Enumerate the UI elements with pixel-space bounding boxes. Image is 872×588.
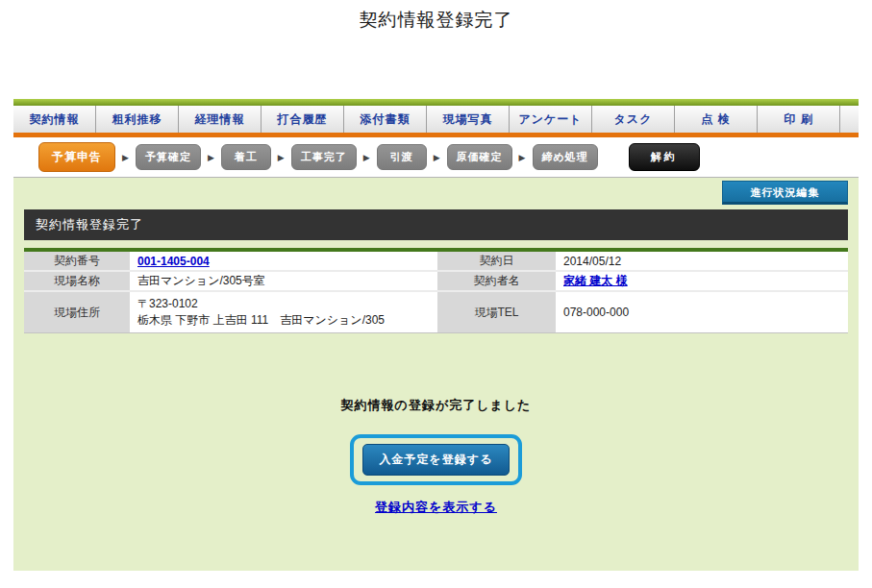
- site-address-value: 〒323-0102 栃木県 下野市 上吉田 111 吉田マンション/305: [130, 292, 437, 332]
- step-koji-kanryo[interactable]: 工事完了: [291, 144, 357, 170]
- cta-row: 入金予定を登録する: [24, 434, 848, 485]
- tab-tenpu-shorui[interactable]: 添付書類: [344, 106, 427, 133]
- step-hikiwatashi[interactable]: 引渡: [377, 144, 427, 170]
- edit-status-row: 進行状況編集: [24, 181, 848, 207]
- contractor-name-link[interactable]: 家緒 建太 様: [563, 273, 628, 289]
- page-title: 契約情報登録完了: [0, 8, 872, 33]
- content-area: 進行状況編集 契約情報登録完了 契約番号 001-1405-004 契約日 20…: [13, 178, 859, 571]
- section-header: 契約情報登録完了: [24, 209, 848, 240]
- tab-bar-filler: [840, 106, 859, 133]
- tab-arari-suii[interactable]: 粗利推移: [96, 106, 179, 133]
- step-arrow-icon: ▶: [208, 153, 214, 162]
- tab-tasuku[interactable]: タスク: [592, 106, 675, 133]
- tab-keiri-joho[interactable]: 経理情報: [179, 106, 262, 133]
- tab-genba-shashin[interactable]: 現場写真: [427, 106, 510, 133]
- edit-progress-button[interactable]: 進行状況編集: [722, 181, 848, 205]
- step-genka-kakutei[interactable]: 原価確定: [447, 144, 512, 170]
- step-shime-shori[interactable]: 締め処理: [533, 144, 598, 170]
- step-arrow-icon: ▶: [363, 153, 370, 162]
- contract-date-value: 2014/05/12: [556, 252, 848, 272]
- tab-anketo[interactable]: アンケート: [510, 106, 592, 133]
- workflow-status-bar: 予算申告 ▶ 予算確定 ▶ 着工 ▶ 工事完了 ▶ 引渡 ▶ 原価確定 ▶ 締め…: [13, 137, 859, 178]
- site-address-label: 現場住所: [24, 292, 130, 332]
- step-chakko[interactable]: 着工: [221, 144, 271, 170]
- completion-message: 契約情報の登録が完了しました: [24, 397, 848, 414]
- show-registered-details-link[interactable]: 登録内容を表示する: [375, 500, 497, 514]
- main-panel: 契約情報 粗利推移 経理情報 打合履歴 添付書類 現場写真 アンケート タスク …: [13, 99, 859, 572]
- contract-info-table: 契約番号 001-1405-004 契約日 2014/05/12 現場名称 吉田…: [24, 252, 848, 333]
- step-arrow-icon: ▶: [278, 153, 285, 162]
- contract-date-label: 契約日: [437, 252, 556, 272]
- kaiyaku-cancel-button[interactable]: 解約: [629, 143, 700, 171]
- tab-tenken[interactable]: 点 検: [675, 106, 758, 133]
- tab-uchiawase-rireki[interactable]: 打合履歴: [262, 106, 344, 133]
- site-name-label: 現場名称: [24, 272, 130, 292]
- top-green-bar: [13, 99, 859, 106]
- step-arrow-icon: ▶: [434, 153, 440, 162]
- contractor-name-label: 契約者名: [437, 272, 556, 292]
- step-arrow-icon: ▶: [519, 153, 526, 162]
- tab-keiyaku-joho[interactable]: 契約情報: [13, 106, 96, 133]
- register-payment-button[interactable]: 入金予定を登録する: [362, 444, 511, 476]
- site-address-line1: 〒323-0102: [137, 296, 198, 312]
- contractor-name-cell: 家緒 建太 様: [556, 272, 848, 292]
- site-name-value: 吉田マンション/305号室: [130, 272, 437, 292]
- details-link-row: 登録内容を表示する: [24, 498, 848, 516]
- site-address-line2: 栃木県 下野市 上吉田 111 吉田マンション/305: [137, 312, 385, 329]
- step-yosan-shinkoku[interactable]: 予算申告: [38, 142, 115, 172]
- contract-number-cell: 001-1405-004: [130, 252, 437, 272]
- highlight-ring: 入金予定を登録する: [350, 434, 523, 485]
- step-yosan-kakutei[interactable]: 予算確定: [136, 144, 201, 170]
- contract-number-link[interactable]: 001-1405-004: [137, 255, 210, 268]
- tab-insatsu[interactable]: 印 刷: [758, 106, 840, 133]
- site-tel-value: 078-000-000: [556, 292, 848, 332]
- site-tel-label: 現場TEL: [437, 292, 556, 332]
- tab-bar: 契約情報 粗利推移 経理情報 打合履歴 添付書類 現場写真 アンケート タスク …: [13, 106, 859, 133]
- contract-number-label: 契約番号: [24, 252, 130, 272]
- step-arrow-icon: ▶: [122, 153, 129, 162]
